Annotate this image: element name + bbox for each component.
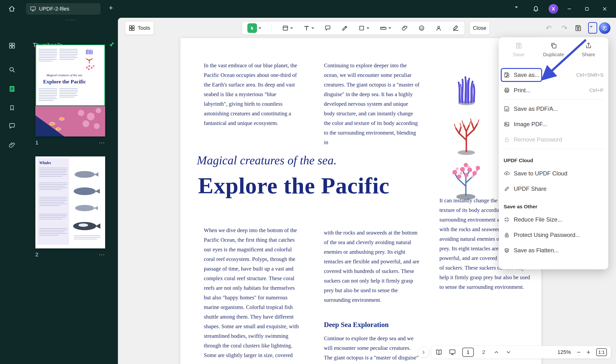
text-tool-chevron-icon[interactable]: [311, 27, 314, 29]
apps-grid-button[interactable]: [7, 40, 17, 51]
page-thumbnail-2[interactable]: Whales: [35, 156, 105, 248]
tools-button[interactable]: Tools: [125, 22, 154, 35]
zoom-level[interactable]: 125%: [558, 349, 571, 355]
expand-statusbar-button[interactable]: [418, 347, 429, 358]
thumbnails-panel-button[interactable]: [7, 84, 17, 94]
menu-item-updf-share[interactable]: UPDF Share: [499, 181, 608, 196]
ai-swirl-icon: [601, 25, 608, 32]
menu-item-image-pdf[interactable]: Image PDF...: [499, 117, 608, 132]
actual-size-button[interactable]: 1:1: [596, 348, 607, 356]
menu-item-print[interactable]: Print... Ctrl+P: [499, 83, 608, 98]
measure-tool-chevron-icon[interactable]: [388, 27, 391, 29]
page1-more-button[interactable]: ⋯: [99, 139, 105, 147]
pdf-page[interactable]: In the vast embrace of our blue planet, …: [181, 38, 541, 364]
close-window-button[interactable]: [600, 5, 609, 13]
page1-viewport-indicator[interactable]: [35, 44, 105, 106]
tools-icon: [128, 25, 135, 31]
print-shortcut: Ctrl+P: [589, 88, 603, 93]
menu-item-save-as[interactable]: Save as... Ctrl+Shift+S: [499, 67, 608, 83]
header-tool-chevron-icon[interactable]: [290, 27, 293, 29]
minimize-icon: [567, 6, 572, 12]
page-up-icon[interactable]: [493, 349, 499, 355]
menu-action-share[interactable]: Share: [571, 42, 606, 67]
sticker-tool[interactable]: [418, 25, 425, 31]
menu-item-reduce-file-size[interactable]: Reduce File Size...: [499, 212, 608, 227]
header-footer-tool[interactable]: [282, 25, 293, 31]
save-menu-chevron-highlight: [588, 22, 597, 34]
menu-action-save[interactable]: Save: [501, 42, 536, 67]
status-bar: 1 2 125% − + 1:1: [432, 346, 611, 358]
menu-item-protect-using-password[interactable]: Protect Using Password...: [499, 227, 608, 243]
doc-paragraph: Continue to explore the deep sea and we …: [324, 334, 420, 364]
print-label: Print...: [514, 87, 530, 94]
page2-more-button[interactable]: ⋯: [99, 251, 105, 259]
save-as-shortcut: Ctrl+Shift+S: [576, 72, 603, 78]
left-icon-rail: [0, 18, 24, 364]
image-icon: [504, 121, 510, 127]
minimize-button[interactable]: [565, 5, 574, 13]
menu-item-remove-password[interactable]: Remove Password: [499, 132, 608, 147]
save-as-label: Save as...: [514, 72, 539, 78]
sign-scribble-tool[interactable]: [452, 25, 459, 32]
zoom-out-button[interactable]: −: [577, 349, 581, 356]
menu-item-save-to-updf-cloud[interactable]: Save to UPDF Cloud: [499, 166, 608, 181]
updf-window: UPDF-2-files + X: [0, 0, 616, 364]
sticker-icon: [418, 25, 425, 31]
select-tool-chevron-icon[interactable]: [258, 27, 261, 29]
duplicate-icon: [550, 42, 557, 49]
save-button[interactable]: [574, 25, 582, 32]
page-1-button[interactable]: 1: [462, 348, 474, 357]
updf-share-label: UPDF Share: [514, 185, 546, 192]
printer-icon: [504, 87, 510, 93]
panel-drag-handle[interactable]: ⋯⋯: [65, 17, 77, 23]
shape-tool-chevron-icon[interactable]: [366, 27, 369, 29]
updf-ai-button[interactable]: [599, 22, 610, 34]
pin-panel-button[interactable]: [109, 41, 115, 48]
bookmarks-button[interactable]: [7, 103, 17, 113]
titlebar-chevron-down-icon[interactable]: [515, 8, 518, 13]
comments-button[interactable]: [7, 121, 17, 131]
signature-tool[interactable]: [435, 25, 442, 31]
menu-item-save-as-pdfa[interactable]: Save as PDF/A...: [499, 101, 608, 117]
zoom-in-button[interactable]: +: [586, 349, 590, 356]
slideshow-icon[interactable]: [449, 349, 456, 356]
user-avatar[interactable]: X: [549, 4, 558, 14]
new-tab-button[interactable]: +: [109, 4, 113, 12]
page-2-button[interactable]: 2: [480, 349, 487, 355]
attach-tool[interactable]: [401, 25, 408, 31]
save-icon: [515, 42, 522, 49]
doc-heading2: Deep Sea Exploration: [324, 321, 389, 329]
cursor-icon: [247, 23, 257, 33]
page-down-icon[interactable]: [505, 349, 511, 355]
menu-action-row: Save Duplicate Share: [499, 37, 608, 67]
header-icon: [282, 25, 289, 31]
document-tab[interactable]: UPDF-2-files: [26, 3, 101, 15]
unlock-icon: [504, 136, 510, 143]
measure-tool[interactable]: [380, 25, 391, 32]
doc-title: Explore the Pacific: [198, 172, 390, 199]
signature-scribble-icon: [452, 25, 459, 32]
menu-section-save-as-other: Save as Other: [499, 196, 608, 212]
home-button[interactable]: [8, 5, 16, 13]
attachments-button[interactable]: [7, 140, 17, 150]
menu-action-duplicate[interactable]: Duplicate: [536, 42, 571, 67]
search-button[interactable]: [7, 65, 17, 75]
reading-mode-icon[interactable]: [435, 349, 443, 356]
comment-tool[interactable]: [324, 25, 331, 31]
maximize-button[interactable]: [583, 5, 591, 13]
page-thumbnail-1[interactable]: Magical creatures of the sea. Explore th…: [35, 44, 105, 136]
doc-paragraph: Continuing to explore deeper into the oc…: [324, 61, 420, 147]
thumbnails-panel: ⋯⋯ Thumbnails Magical creatures of th: [24, 18, 118, 364]
close-button[interactable]: Close: [470, 22, 490, 35]
select-tool[interactable]: [247, 23, 261, 33]
pen-tool[interactable]: [341, 25, 348, 31]
shape-tool[interactable]: [358, 25, 369, 31]
redo-button[interactable]: ↷: [561, 25, 567, 32]
bookmark-icon: [9, 104, 15, 111]
page1-footer: 1 ⋯: [35, 138, 105, 147]
notifications-button[interactable]: [532, 5, 540, 13]
image-pdf-label: Image PDF...: [514, 121, 547, 128]
menu-item-save-as-flatten[interactable]: Save as Flatten...: [499, 243, 608, 258]
undo-button[interactable]: ↶: [546, 25, 552, 32]
text-tool[interactable]: [303, 25, 314, 31]
